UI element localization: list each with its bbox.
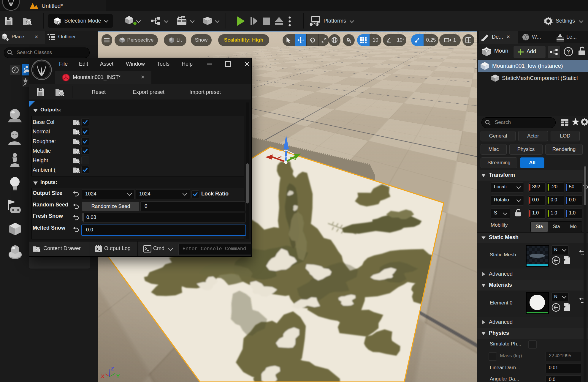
svg-text:X: X bbox=[101, 374, 104, 379]
svg-text:Y: Y bbox=[116, 373, 120, 379]
svg-text:?: ? bbox=[567, 49, 570, 55]
svg-text:Z: Z bbox=[111, 366, 114, 372]
